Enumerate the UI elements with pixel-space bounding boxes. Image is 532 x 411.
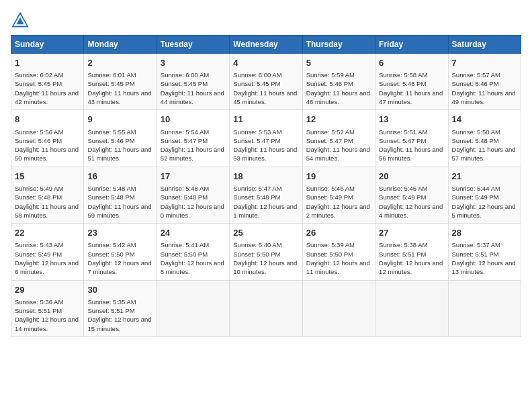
col-tuesday: Tuesday <box>157 36 229 54</box>
day-number: 12 <box>306 113 371 126</box>
day-number: 28 <box>452 227 517 239</box>
calendar-cell <box>157 280 229 336</box>
day-info: Sunrise: 5:42 AM Sunset: 5:50 PM Dayligh… <box>87 240 152 276</box>
day-info: Sunrise: 5:38 AM Sunset: 5:51 PM Dayligh… <box>379 240 444 276</box>
calendar-cell <box>302 280 375 336</box>
header-row: Sunday Monday Tuesday Wednesday Thursday… <box>11 36 521 54</box>
calendar-cell: 15Sunrise: 5:49 AM Sunset: 5:48 PM Dayli… <box>11 167 84 223</box>
day-number: 25 <box>233 227 298 239</box>
day-number: 22 <box>15 227 80 239</box>
day-info: Sunrise: 5:43 AM Sunset: 5:49 PM Dayligh… <box>15 240 80 276</box>
day-info: Sunrise: 5:48 AM Sunset: 5:48 PM Dayligh… <box>87 184 152 220</box>
day-number: 5 <box>306 57 371 69</box>
col-saturday: Saturday <box>448 36 521 54</box>
calendar-cell: 9Sunrise: 5:55 AM Sunset: 5:46 PM Daylig… <box>84 110 157 167</box>
logo-icon <box>11 11 30 30</box>
calendar-cell: 21Sunrise: 5:44 AM Sunset: 5:49 PM Dayli… <box>448 167 521 223</box>
day-info: Sunrise: 5:52 AM Sunset: 5:47 PM Dayligh… <box>306 128 371 163</box>
header <box>11 11 521 30</box>
day-number: 18 <box>233 171 298 183</box>
calendar-body: 1Sunrise: 6:02 AM Sunset: 5:45 PM Daylig… <box>11 54 521 337</box>
day-info: Sunrise: 5:45 AM Sunset: 5:49 PM Dayligh… <box>379 184 444 220</box>
day-info: Sunrise: 6:01 AM Sunset: 5:45 PM Dayligh… <box>87 71 152 106</box>
day-info: Sunrise: 5:44 AM Sunset: 5:49 PM Dayligh… <box>452 184 517 220</box>
col-thursday: Thursday <box>302 36 375 54</box>
day-number: 3 <box>161 57 226 69</box>
day-info: Sunrise: 6:00 AM Sunset: 5:45 PM Dayligh… <box>233 71 298 106</box>
day-info: Sunrise: 5:55 AM Sunset: 5:46 PM Dayligh… <box>87 128 152 163</box>
day-number: 7 <box>452 57 517 69</box>
calendar-cell: 29Sunrise: 5:36 AM Sunset: 5:51 PM Dayli… <box>11 280 84 336</box>
day-number: 19 <box>306 171 371 183</box>
day-info: Sunrise: 5:37 AM Sunset: 5:51 PM Dayligh… <box>452 240 517 276</box>
calendar-cell: 3Sunrise: 6:00 AM Sunset: 5:45 PM Daylig… <box>157 54 229 110</box>
week-row-3: 15Sunrise: 5:49 AM Sunset: 5:48 PM Dayli… <box>11 167 521 223</box>
day-info: Sunrise: 5:50 AM Sunset: 5:48 PM Dayligh… <box>452 128 517 163</box>
day-number: 14 <box>452 113 517 126</box>
calendar-cell: 10Sunrise: 5:54 AM Sunset: 5:47 PM Dayli… <box>157 110 229 167</box>
day-info: Sunrise: 5:36 AM Sunset: 5:51 PM Dayligh… <box>15 298 80 333</box>
calendar-cell: 17Sunrise: 5:48 AM Sunset: 5:48 PM Dayli… <box>157 167 229 223</box>
day-info: Sunrise: 5:57 AM Sunset: 5:46 PM Dayligh… <box>452 71 517 106</box>
calendar-cell: 23Sunrise: 5:42 AM Sunset: 5:50 PM Dayli… <box>84 224 157 280</box>
calendar-cell: 28Sunrise: 5:37 AM Sunset: 5:51 PM Dayli… <box>448 224 521 280</box>
calendar-cell <box>230 280 302 336</box>
day-number: 15 <box>15 171 80 183</box>
col-monday: Monday <box>84 36 157 54</box>
day-number: 4 <box>233 57 298 69</box>
day-info: Sunrise: 5:49 AM Sunset: 5:48 PM Dayligh… <box>15 184 80 220</box>
calendar-cell: 14Sunrise: 5:50 AM Sunset: 5:48 PM Dayli… <box>448 110 521 167</box>
calendar-cell <box>375 280 448 336</box>
calendar-cell: 13Sunrise: 5:51 AM Sunset: 5:47 PM Dayli… <box>375 110 448 167</box>
calendar-cell: 2Sunrise: 6:01 AM Sunset: 5:45 PM Daylig… <box>84 54 157 110</box>
day-number: 24 <box>161 227 226 239</box>
day-number: 13 <box>379 113 444 126</box>
calendar-cell: 12Sunrise: 5:52 AM Sunset: 5:47 PM Dayli… <box>302 110 375 167</box>
day-info: Sunrise: 6:00 AM Sunset: 5:45 PM Dayligh… <box>161 71 226 106</box>
calendar-cell: 16Sunrise: 5:48 AM Sunset: 5:48 PM Dayli… <box>84 167 157 223</box>
calendar-cell: 20Sunrise: 5:45 AM Sunset: 5:49 PM Dayli… <box>375 167 448 223</box>
calendar-cell: 7Sunrise: 5:57 AM Sunset: 5:46 PM Daylig… <box>448 54 521 110</box>
day-info: Sunrise: 5:35 AM Sunset: 5:51 PM Dayligh… <box>87 298 152 333</box>
day-info: Sunrise: 5:46 AM Sunset: 5:49 PM Dayligh… <box>306 184 371 220</box>
calendar-cell: 19Sunrise: 5:46 AM Sunset: 5:49 PM Dayli… <box>302 167 375 223</box>
day-number: 2 <box>87 57 152 69</box>
col-friday: Friday <box>375 36 448 54</box>
day-number: 26 <box>306 227 371 239</box>
calendar-cell: 18Sunrise: 5:47 AM Sunset: 5:48 PM Dayli… <box>230 167 302 223</box>
calendar-cell: 27Sunrise: 5:38 AM Sunset: 5:51 PM Dayli… <box>375 224 448 280</box>
day-number: 1 <box>15 57 80 69</box>
day-number: 20 <box>379 171 444 183</box>
week-row-2: 8Sunrise: 5:56 AM Sunset: 5:46 PM Daylig… <box>11 110 521 167</box>
day-number: 23 <box>87 227 152 239</box>
day-info: Sunrise: 5:47 AM Sunset: 5:48 PM Dayligh… <box>233 184 298 220</box>
day-info: Sunrise: 5:59 AM Sunset: 5:46 PM Dayligh… <box>306 71 371 106</box>
day-number: 10 <box>161 113 226 126</box>
day-number: 11 <box>233 113 298 126</box>
day-number: 17 <box>161 171 226 183</box>
day-number: 27 <box>379 227 444 239</box>
day-info: Sunrise: 5:39 AM Sunset: 5:50 PM Dayligh… <box>306 240 371 276</box>
calendar-cell: 24Sunrise: 5:41 AM Sunset: 5:50 PM Dayli… <box>157 224 229 280</box>
calendar-table: Sunday Monday Tuesday Wednesday Thursday… <box>11 35 521 337</box>
day-info: Sunrise: 5:48 AM Sunset: 5:48 PM Dayligh… <box>161 184 226 220</box>
calendar-cell: 11Sunrise: 5:53 AM Sunset: 5:47 PM Dayli… <box>230 110 302 167</box>
day-number: 6 <box>379 57 444 69</box>
day-info: Sunrise: 5:40 AM Sunset: 5:50 PM Dayligh… <box>233 240 298 276</box>
week-row-5: 29Sunrise: 5:36 AM Sunset: 5:51 PM Dayli… <box>11 280 521 336</box>
col-wednesday: Wednesday <box>230 36 302 54</box>
calendar-cell: 26Sunrise: 5:39 AM Sunset: 5:50 PM Dayli… <box>302 224 375 280</box>
calendar-cell: 5Sunrise: 5:59 AM Sunset: 5:46 PM Daylig… <box>302 54 375 110</box>
calendar-cell: 8Sunrise: 5:56 AM Sunset: 5:46 PM Daylig… <box>11 110 84 167</box>
day-info: Sunrise: 5:54 AM Sunset: 5:47 PM Dayligh… <box>161 128 226 163</box>
week-row-1: 1Sunrise: 6:02 AM Sunset: 5:45 PM Daylig… <box>11 54 521 110</box>
day-number: 9 <box>87 113 152 126</box>
day-info: Sunrise: 6:02 AM Sunset: 5:45 PM Dayligh… <box>15 71 80 106</box>
calendar-cell: 30Sunrise: 5:35 AM Sunset: 5:51 PM Dayli… <box>84 280 157 336</box>
week-row-4: 22Sunrise: 5:43 AM Sunset: 5:49 PM Dayli… <box>11 224 521 280</box>
day-number: 8 <box>15 113 80 126</box>
day-info: Sunrise: 5:56 AM Sunset: 5:46 PM Dayligh… <box>15 128 80 163</box>
calendar-cell <box>448 280 521 336</box>
day-info: Sunrise: 5:41 AM Sunset: 5:50 PM Dayligh… <box>161 240 226 276</box>
day-number: 16 <box>87 171 152 183</box>
